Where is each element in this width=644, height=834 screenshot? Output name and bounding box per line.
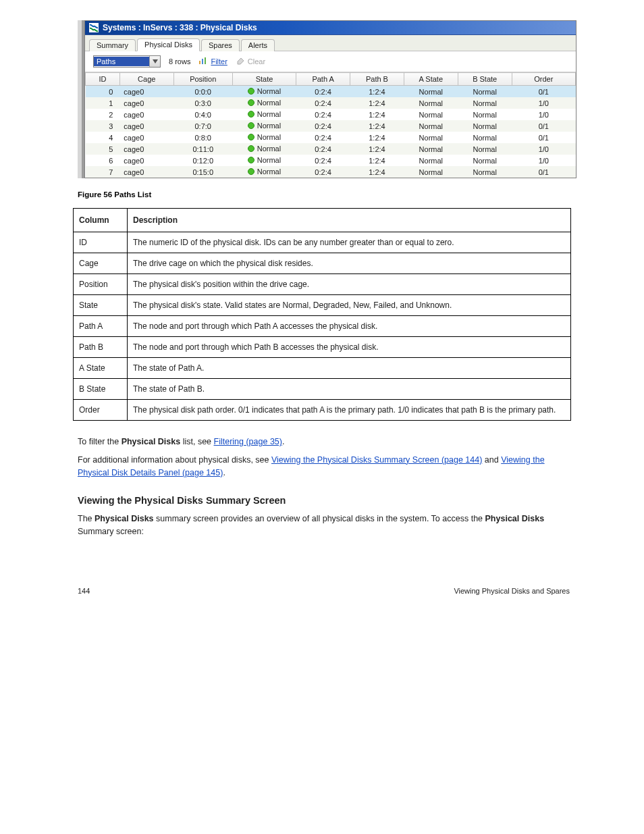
window-titlebar: Systems : InServs : 338 : Physical Disks (85, 21, 576, 35)
section-heading: Viewing the Physical Disks Summary Scree… (78, 494, 570, 509)
clear-link: Clear (236, 57, 265, 66)
col-state[interactable]: State (232, 73, 296, 86)
tab-bar: SummaryPhysical DisksSparesAlerts (85, 35, 576, 51)
status-led-icon (248, 111, 254, 118)
status-led-icon (248, 134, 254, 140)
window-title: Systems : InServs : 338 : Physical Disks (103, 23, 257, 32)
table-row[interactable]: 1cage00:3:0Normal0:2:41:2:4NormalNormal1… (86, 97, 576, 109)
view-combo-selection: Paths (94, 57, 149, 66)
status-led-icon (248, 99, 254, 106)
svg-rect-2 (202, 59, 203, 64)
col-path-a[interactable]: Path A (296, 73, 350, 86)
table-row[interactable]: 6cage00:12:0Normal0:2:41:2:4NormalNormal… (86, 155, 576, 166)
filter-link-label: Filter (211, 57, 227, 66)
page-footer: 144 Viewing Physical Disks and Spares (78, 585, 570, 597)
col-a-state[interactable]: A State (404, 73, 458, 86)
descr-row: Path AThe node and port through which Pa… (74, 316, 571, 337)
status-led-icon (248, 168, 254, 175)
descr-head-column: Column (74, 209, 128, 232)
app-icon (89, 23, 99, 32)
table-row[interactable]: 4cage00:8:0Normal0:2:41:2:4NormalNormal0… (86, 132, 576, 143)
table-row[interactable]: 2cage00:4:0Normal0:2:41:2:4NormalNormal1… (86, 109, 576, 120)
descr-row: PositionThe physical disk's position wit… (74, 274, 571, 295)
descr-row: B StateThe state of Path B. (74, 379, 571, 400)
descr-row: StateThe physical disk's state. Valid st… (74, 295, 571, 316)
table-row[interactable]: 0cage00:0:0Normal0:2:41:2:4NormalNormal0… (86, 86, 576, 98)
view-combo[interactable]: Paths (93, 55, 161, 68)
filtering-link[interactable]: Filtering (page 35) (214, 437, 282, 446)
table-row[interactable]: 3cage00:7:0Normal0:2:41:2:4NormalNormal0… (86, 120, 576, 132)
table-row[interactable]: 7cage00:15:0Normal0:2:41:2:4NormalNormal… (86, 166, 576, 178)
col-position[interactable]: Position (173, 73, 232, 86)
eraser-icon (236, 57, 245, 66)
clear-link-label: Clear (248, 57, 265, 66)
figure-caption: Figure 56 Paths List (78, 190, 644, 199)
descr-head-description: Description (128, 209, 571, 232)
tab-physical-disks[interactable]: Physical Disks (137, 38, 200, 51)
status-led-icon (248, 145, 254, 152)
col-id[interactable]: ID (86, 73, 120, 86)
dropdown-arrow-icon (149, 56, 160, 67)
column-description-table: Column Description IDThe numeric ID of t… (73, 208, 571, 421)
para-filter: To filter the Physical Disks list, see F… (78, 436, 570, 448)
descr-row: OrderThe physical disk path order. 0/1 i… (74, 400, 571, 421)
para-refs: For additional information about physica… (78, 454, 570, 479)
disks-table: IDCagePositionStatePath APath BA StateB … (85, 72, 576, 178)
link-summary-screen[interactable]: Viewing the Physical Disks Summary Scree… (271, 455, 482, 465)
col-path-b[interactable]: Path B (350, 73, 404, 86)
col-b-state[interactable]: B State (458, 73, 512, 86)
svg-rect-3 (205, 57, 206, 64)
page-number: 144 (78, 585, 90, 597)
filter-link[interactable]: Filter (198, 57, 227, 66)
descr-row: IDThe numeric ID of the physical disk. I… (74, 232, 571, 253)
chart-icon (198, 57, 208, 66)
col-order[interactable]: Order (512, 73, 575, 86)
col-cage[interactable]: Cage (119, 73, 173, 86)
screenshot: Systems : InServs : 338 : Physical Disks… (78, 20, 576, 178)
status-led-icon (248, 122, 254, 129)
descr-row: A StateThe state of Path A. (74, 358, 571, 379)
status-led-icon (248, 88, 254, 95)
row-count-label: 8 rows (169, 57, 190, 66)
descr-row: Path BThe node and port through which Pa… (74, 337, 571, 358)
para-summary-intro: The Physical Disks summary screen provid… (78, 513, 570, 538)
filter-toolbar: Paths 8 rows Filter (85, 51, 576, 72)
status-led-icon (248, 157, 254, 163)
tab-spares[interactable]: Spares (201, 39, 240, 51)
table-row[interactable]: 5cage00:11:0Normal0:2:41:2:4NormalNormal… (86, 143, 576, 155)
tab-summary[interactable]: Summary (89, 39, 136, 51)
footer-chapter: Viewing Physical Disks and Spares (454, 585, 570, 597)
tab-alerts[interactable]: Alerts (241, 39, 275, 51)
svg-rect-1 (199, 61, 200, 64)
descr-row: CageThe drive cage on which the physical… (74, 253, 571, 274)
